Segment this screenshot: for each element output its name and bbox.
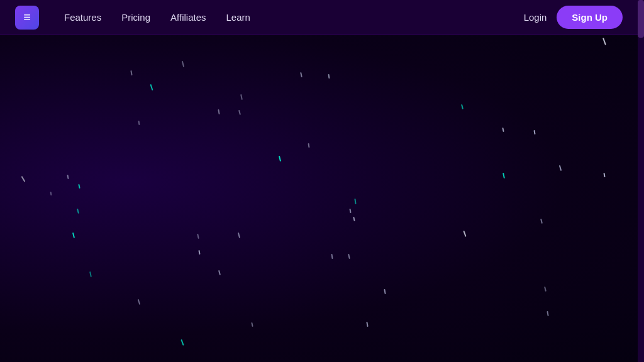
scrollbar-thumb[interactable]	[638, 0, 644, 38]
particle	[354, 199, 356, 204]
particle	[238, 110, 241, 115]
particle	[72, 233, 75, 238]
particle	[366, 322, 368, 327]
particle	[180, 339, 184, 346]
particle	[348, 254, 350, 259]
particle	[544, 287, 546, 292]
particle	[502, 173, 504, 178]
nav-features[interactable]: Features	[64, 12, 101, 23]
particle	[77, 209, 79, 214]
login-button[interactable]: Login	[524, 12, 547, 23]
particle	[21, 176, 25, 182]
particle	[197, 234, 199, 239]
particle	[331, 254, 333, 259]
background	[0, 0, 644, 362]
particle	[130, 70, 132, 75]
nav-affiliates[interactable]: Affiliates	[170, 12, 206, 23]
navbar: ≡ Features Pricing Affiliates Learn Logi…	[0, 0, 638, 35]
particle	[89, 272, 91, 277]
particle	[547, 311, 548, 316]
particle	[353, 217, 355, 221]
logo-icon: ≡	[23, 10, 31, 25]
particle	[603, 173, 605, 177]
particle	[238, 233, 240, 238]
particle	[533, 130, 535, 134]
particle	[182, 61, 184, 67]
signup-button[interactable]: Sign Up	[557, 6, 623, 29]
particle	[138, 121, 140, 125]
particle	[78, 184, 80, 189]
particle	[198, 250, 200, 255]
particle	[251, 322, 253, 327]
particle	[279, 156, 281, 162]
particle	[349, 209, 351, 213]
particle	[602, 38, 606, 45]
particle	[384, 289, 386, 294]
particle	[300, 72, 302, 77]
particle	[218, 109, 219, 114]
particle	[240, 94, 242, 100]
particle	[50, 192, 52, 195]
particle	[463, 231, 466, 237]
logo[interactable]: ≡	[15, 6, 39, 30]
particle	[138, 299, 140, 305]
particle	[559, 165, 562, 171]
nav-right: Login Sign Up	[524, 6, 623, 29]
particle	[461, 104, 463, 109]
particle	[540, 219, 542, 224]
particle	[328, 74, 330, 79]
particle	[502, 128, 504, 132]
particle	[218, 270, 221, 275]
scrollbar[interactable]	[638, 0, 644, 362]
nav-links: Features Pricing Affiliates Learn	[64, 12, 524, 23]
nav-learn[interactable]: Learn	[226, 12, 250, 23]
nav-pricing[interactable]: Pricing	[121, 12, 150, 23]
particle	[150, 84, 153, 90]
particle	[308, 143, 309, 148]
particle	[67, 175, 69, 179]
